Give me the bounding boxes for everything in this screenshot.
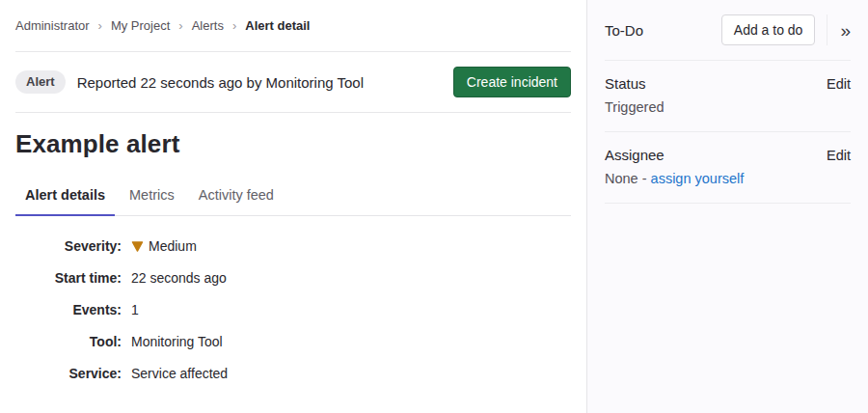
assignee-label: Assignee [605,147,665,163]
breadcrumb: Administrator My Project Alerts Alert de… [15,0,571,52]
assignee-none-text: None - [605,171,651,186]
status-value: Triggered [605,99,851,115]
reported-text: Reported 22 seconds ago by Monitoring To… [77,74,364,91]
detail-row-events: Events: 1 [15,300,571,319]
status-section: Status Edit Triggered [605,61,851,132]
detail-value: 1 [131,302,139,317]
todo-section: To-Do Add a to do [605,0,851,61]
detail-label: Start time: [15,270,122,286]
status-header: Status Edit [605,75,851,92]
status-label: Status [605,75,646,92]
todo-label: To-Do [605,22,643,39]
breadcrumb-item-administrator[interactable]: Administrator [15,18,90,33]
tab-alert-details[interactable]: Alert details [15,179,115,216]
assignee-value: None - assign yourself [605,171,851,186]
detail-row-service: Service: Service affected [15,364,571,383]
create-incident-button[interactable]: Create incident [453,67,571,97]
collapse-sidebar-button[interactable] [827,14,851,45]
breadcrumb-current-alert-detail: Alert detail [245,18,310,33]
severity-medium-icon [131,241,144,252]
assignee-edit-button[interactable]: Edit [827,148,851,163]
detail-row-severity: Severity: Medium [15,236,571,256]
assignee-section: Assignee Edit None - assign yourself [605,132,851,204]
assign-yourself-link[interactable]: assign yourself [651,171,745,186]
chevron-right-icon [178,18,182,33]
severity-value: Medium [149,238,197,254]
alert-type-badge: Alert [15,70,66,95]
page-title: Example alert [15,129,571,159]
detail-value: 22 seconds ago [131,270,227,286]
alert-detail-page: Administrator My Project Alerts Alert de… [0,0,868,413]
tab-metrics[interactable]: Metrics [120,179,184,216]
detail-label: Events: [15,302,122,317]
breadcrumb-item-my-project[interactable]: My Project [111,18,170,33]
detail-value: Service affected [131,366,228,381]
chevron-right-icon [232,18,236,33]
detail-row-tool: Tool: Monitoring Tool [15,332,571,351]
detail-label: Severity: [15,238,122,254]
tab-activity-feed[interactable]: Activity feed [189,179,284,216]
breadcrumb-item-alerts[interactable]: Alerts [192,18,224,33]
alert-tabs: Alert details Metrics Activity feed [15,179,571,216]
assignee-header: Assignee Edit [605,147,851,163]
add-todo-button[interactable]: Add a to do [721,14,816,45]
chevron-right-icon [98,18,102,33]
alert-details-list: Severity: Medium Start time: 22 seconds … [15,236,571,383]
detail-row-start-time: Start time: 22 seconds ago [15,268,571,288]
detail-label: Tool: [15,334,122,349]
status-edit-button[interactable]: Edit [827,76,851,92]
alert-header-banner: Alert Reported 22 seconds ago by Monitor… [15,52,571,113]
main-content: Administrator My Project Alerts Alert de… [0,0,586,413]
detail-value: Medium [131,238,197,254]
detail-label: Service: [15,366,122,381]
right-sidebar: To-Do Add a to do Status Edit Triggered … [586,0,868,413]
chevron-double-right-icon [840,21,851,40]
detail-value: Monitoring Tool [131,334,223,349]
